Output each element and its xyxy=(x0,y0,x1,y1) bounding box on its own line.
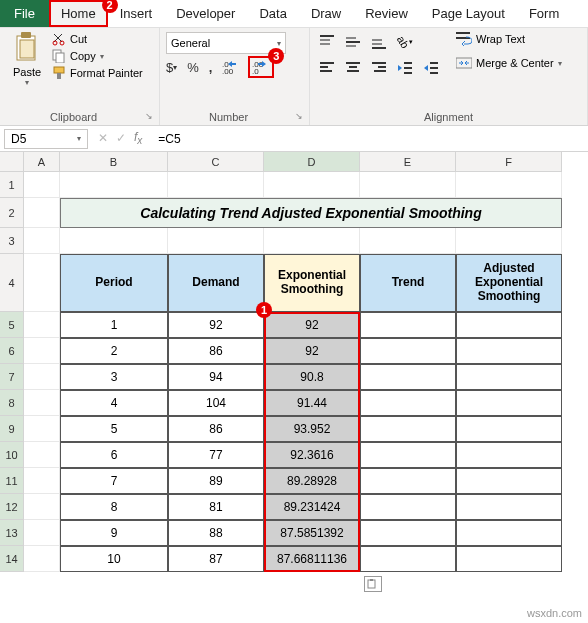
increase-indent-button[interactable] xyxy=(420,58,442,78)
row-header[interactable]: 1 xyxy=(0,172,24,198)
cell-period[interactable]: 10 xyxy=(60,546,168,572)
cut-button[interactable]: Cut xyxy=(52,32,143,46)
header-period[interactable]: Period xyxy=(60,254,168,312)
row-header[interactable]: 13 xyxy=(0,520,24,546)
tab-data[interactable]: Data xyxy=(247,0,298,27)
row-header[interactable]: 12 xyxy=(0,494,24,520)
row-header[interactable]: 9 xyxy=(0,416,24,442)
cell-trend[interactable] xyxy=(360,442,456,468)
orientation-button[interactable]: ab▾ xyxy=(394,32,416,52)
tab-review[interactable]: Review xyxy=(353,0,420,27)
cell-adjusted[interactable] xyxy=(456,468,562,494)
cell-adjusted[interactable] xyxy=(456,416,562,442)
fx-icon[interactable]: fx xyxy=(134,130,142,146)
col-header-B[interactable]: B xyxy=(60,152,168,172)
cell-expsm[interactable]: 93.952 xyxy=(264,416,360,442)
cell-trend[interactable] xyxy=(360,494,456,520)
cell-demand[interactable]: 94 xyxy=(168,364,264,390)
cell-trend[interactable] xyxy=(360,416,456,442)
cell-period[interactable]: 6 xyxy=(60,442,168,468)
row-header[interactable]: 6 xyxy=(0,338,24,364)
header-expsm[interactable]: Exponential Smoothing xyxy=(264,254,360,312)
col-header-A[interactable]: A xyxy=(24,152,60,172)
cell-trend[interactable] xyxy=(360,312,456,338)
row-header[interactable]: 3 xyxy=(0,228,24,254)
header-adjusted[interactable]: Adjusted Exponential Smoothing xyxy=(456,254,562,312)
number-launcher-icon[interactable]: ↘ xyxy=(295,111,303,121)
cell-expsm[interactable]: 87.66811136 xyxy=(264,546,360,572)
cell-expsm[interactable]: 92 xyxy=(264,338,360,364)
align-center-button[interactable] xyxy=(342,58,364,78)
cancel-formula-icon[interactable]: ✕ xyxy=(98,131,108,145)
cell-expsm[interactable]: 89.28928 xyxy=(264,468,360,494)
cell-period[interactable]: 4 xyxy=(60,390,168,416)
tab-draw[interactable]: Draw xyxy=(299,0,353,27)
cell-trend[interactable] xyxy=(360,364,456,390)
increase-decimal-button[interactable]: .0.00 xyxy=(222,59,240,75)
cell-demand[interactable]: 92 xyxy=(168,312,264,338)
cell-adjusted[interactable] xyxy=(456,520,562,546)
decrease-decimal-button[interactable]: .00.0 3 xyxy=(250,58,272,76)
number-format-select[interactable]: General ▾ xyxy=(166,32,286,54)
cell-period[interactable]: 7 xyxy=(60,468,168,494)
row-header[interactable]: 2 xyxy=(0,198,24,228)
cell-period[interactable]: 3 xyxy=(60,364,168,390)
tab-home[interactable]: Home 2 xyxy=(49,0,108,27)
align-right-button[interactable] xyxy=(368,58,390,78)
cell-period[interactable]: 9 xyxy=(60,520,168,546)
format-painter-button[interactable]: Format Painter xyxy=(52,66,143,80)
row-header[interactable]: 4 xyxy=(0,254,24,312)
enter-formula-icon[interactable]: ✓ xyxy=(116,131,126,145)
align-top-button[interactable] xyxy=(316,32,338,52)
cell-adjusted[interactable] xyxy=(456,390,562,416)
align-bottom-button[interactable] xyxy=(368,32,390,52)
cell-trend[interactable] xyxy=(360,338,456,364)
cell-adjusted[interactable] xyxy=(456,442,562,468)
cell-expsm[interactable]: 91.44 xyxy=(264,390,360,416)
cell-period[interactable]: 8 xyxy=(60,494,168,520)
cell-trend[interactable] xyxy=(360,546,456,572)
cell-trend[interactable] xyxy=(360,390,456,416)
decrease-indent-button[interactable] xyxy=(394,58,416,78)
tab-developer[interactable]: Developer xyxy=(164,0,247,27)
cell-adjusted[interactable] xyxy=(456,494,562,520)
clipboard-launcher-icon[interactable]: ↘ xyxy=(145,111,153,121)
merge-center-button[interactable]: Merge & Center▾ xyxy=(456,56,562,70)
cell-demand[interactable]: 87 xyxy=(168,546,264,572)
cell-demand[interactable]: 89 xyxy=(168,468,264,494)
row-header[interactable]: 10 xyxy=(0,442,24,468)
cell-adjusted[interactable] xyxy=(456,338,562,364)
select-all-button[interactable] xyxy=(0,152,24,172)
row-header[interactable]: 8 xyxy=(0,390,24,416)
name-box[interactable]: D5 ▾ xyxy=(4,129,88,149)
col-header-C[interactable]: C xyxy=(168,152,264,172)
cell-expsm[interactable]: 92.3616 xyxy=(264,442,360,468)
tab-page-layout[interactable]: Page Layout xyxy=(420,0,517,27)
cell-demand[interactable]: 86 xyxy=(168,416,264,442)
tab-file[interactable]: File xyxy=(0,0,49,27)
row-header[interactable]: 11 xyxy=(0,468,24,494)
cell-demand[interactable]: 81 xyxy=(168,494,264,520)
cell-demand[interactable]: 104 xyxy=(168,390,264,416)
cell-expsm[interactable]: 90.8 xyxy=(264,364,360,390)
cell-expsm[interactable]: 89.231424 xyxy=(264,494,360,520)
cell-period[interactable]: 2 xyxy=(60,338,168,364)
align-left-button[interactable] xyxy=(316,58,338,78)
copy-button[interactable]: Copy▾ xyxy=(52,49,143,63)
cell-adjusted[interactable] xyxy=(456,364,562,390)
header-demand[interactable]: Demand xyxy=(168,254,264,312)
cell-expsm[interactable]: 92 xyxy=(264,312,360,338)
title-cell[interactable]: Calculating Trend Adjusted Exponential S… xyxy=(60,198,562,228)
percent-button[interactable]: % xyxy=(187,60,199,75)
paste-options-icon[interactable] xyxy=(364,576,382,592)
comma-style-button[interactable]: , xyxy=(209,60,213,75)
accounting-format-button[interactable]: $▾ xyxy=(166,60,177,75)
cell-adjusted[interactable] xyxy=(456,546,562,572)
tab-formulas[interactable]: Form xyxy=(517,0,571,27)
row-header[interactable]: 5 xyxy=(0,312,24,338)
cell-demand[interactable]: 77 xyxy=(168,442,264,468)
col-header-D[interactable]: D xyxy=(264,152,360,172)
cell-period[interactable]: 5 xyxy=(60,416,168,442)
cell-trend[interactable] xyxy=(360,520,456,546)
col-header-E[interactable]: E xyxy=(360,152,456,172)
